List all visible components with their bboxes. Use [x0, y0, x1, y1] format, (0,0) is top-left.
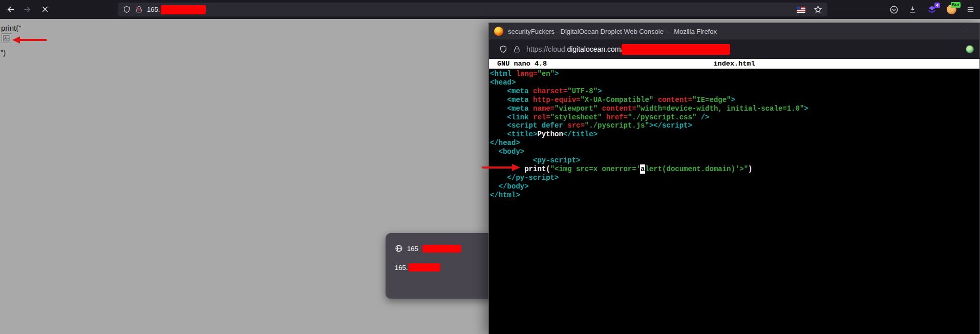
code-line: <link rel="stylesheet" href="./pyscript.… — [490, 113, 979, 122]
code-line: </html> — [490, 191, 979, 200]
window-titlebar[interactable]: securityFuckers - DigitalOcean Droplet W… — [489, 23, 979, 39]
code-line: <html lang="en"> — [490, 70, 979, 78]
downloads-icon[interactable] — [908, 5, 917, 14]
nano-filename: index.html — [713, 59, 755, 69]
code-line: </body> — [490, 182, 979, 191]
us-flag-icon — [797, 7, 805, 13]
forward-icon[interactable] — [23, 5, 31, 14]
autocomplete-text: 165. — [395, 264, 408, 272]
console-url-bar[interactable]: https://cloud.digitalocean.com/ — [489, 39, 979, 59]
nano-titlebar: GNU nano 4.8 index.html — [489, 59, 979, 69]
terminal-code[interactable]: <html lang="en"><head> <meta charset="UT… — [489, 69, 979, 200]
avatar-badge: Bur — [951, 2, 961, 8]
browser-toolbar: 165. 4 Bur — [0, 0, 980, 19]
droplet-console-window: securityFuckers - DigitalOcean Droplet W… — [488, 23, 980, 334]
redaction-box — [422, 245, 461, 253]
page-text-line: ") — [1, 48, 6, 57]
firefox-logo-icon — [494, 27, 503, 36]
code-line: <script defer src="./pyscript.js"></scri… — [490, 121, 979, 130]
url-autocomplete-dropdown: 165 165. — [386, 233, 495, 299]
bookmark-star-icon[interactable] — [814, 5, 822, 14]
url-text: 165. — [147, 6, 160, 13]
console-url-text: https://cloud.digitalocean.com/ — [526, 45, 623, 53]
redaction-box — [161, 5, 206, 14]
stop-icon[interactable] — [41, 5, 50, 14]
globe-icon — [395, 244, 403, 253]
code-line: <head> — [490, 78, 979, 87]
url-domain: digitalocean.com — [567, 45, 621, 53]
code-line: <meta charset="UTF-8"> — [490, 87, 979, 96]
minimize-button[interactable]: — — [958, 26, 966, 34]
tracking-shield-icon[interactable] — [499, 45, 507, 53]
window-title: securityFuckers - DigitalOcean Droplet W… — [508, 28, 717, 35]
extension-icon[interactable]: 4 — [927, 5, 937, 15]
code-line: <title>Python</title> — [490, 130, 979, 139]
code-line: print("<img src=x onerror='alert(documen… — [490, 165, 979, 174]
code-line: </head> — [490, 139, 979, 148]
code-line: <py-script> — [490, 156, 979, 165]
code-line: </py-script> — [490, 174, 979, 182]
pocket-icon[interactable] — [889, 5, 899, 14]
page-text-line: print(" — [1, 24, 22, 32]
redaction-box — [622, 44, 730, 55]
insecure-lock-icon[interactable] — [135, 6, 143, 13]
code-line: <body> — [490, 148, 979, 156]
tracking-shield-icon[interactable] — [123, 6, 131, 13]
back-icon[interactable] — [7, 5, 15, 14]
code-line: <meta name="viewport" content="width=dev… — [490, 105, 979, 113]
lock-icon[interactable] — [513, 46, 521, 53]
extension-badge: 4 — [934, 3, 940, 8]
nano-version: GNU nano 4.8 — [489, 60, 547, 68]
autocomplete-row[interactable]: 165 — [386, 244, 495, 253]
screen: 165. 4 Bur — [0, 0, 980, 334]
url-bar[interactable]: 165. — [118, 3, 827, 16]
autocomplete-row[interactable]: 165. — [386, 263, 495, 272]
avatar[interactable]: Bur — [947, 5, 956, 14]
globe-favicon[interactable] — [966, 45, 974, 53]
broken-image-icon — [2, 33, 11, 43]
redaction-box — [409, 263, 440, 272]
code-line: <meta http-equiv="X-UA-Compatible" conte… — [490, 96, 979, 105]
autocomplete-text: 165 — [407, 245, 418, 253]
menu-icon[interactable] — [966, 5, 975, 14]
